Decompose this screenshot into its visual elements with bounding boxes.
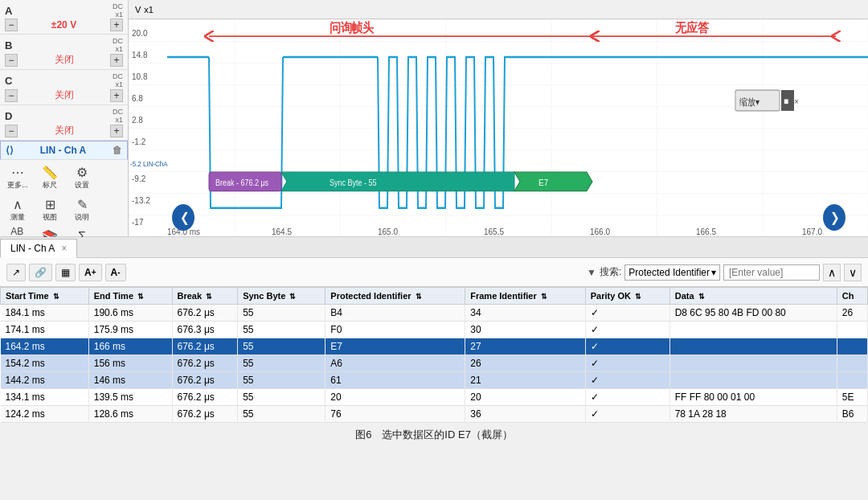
channel-b-letter: B xyxy=(5,39,12,51)
channel-c-plus[interactable]: + xyxy=(110,89,123,102)
parity-ok-cell: ✓ xyxy=(585,338,669,355)
col-data[interactable]: Data ⇅ xyxy=(669,288,837,305)
link-btn[interactable]: 🔗 xyxy=(29,264,52,281)
data-cell xyxy=(669,355,837,372)
tab-close-icon[interactable]: × xyxy=(61,243,67,254)
next-result-btn[interactable]: ∨ xyxy=(844,264,862,281)
svg-text:❮: ❮ xyxy=(180,210,190,225)
break-cell: 676.2 μs xyxy=(172,305,238,322)
col-ch[interactable]: Ch xyxy=(837,288,867,305)
frame-id-cell: 34 xyxy=(465,305,586,322)
table-row[interactable]: 174.1 ms175.9 ms676.3 μs55F030✓ xyxy=(1,322,868,338)
col-break[interactable]: Break ⇅ xyxy=(172,288,238,305)
ch-cell: B6 xyxy=(837,406,867,423)
break-cell: 676.2 μs xyxy=(172,372,238,389)
table-btn[interactable]: ▦ xyxy=(55,264,76,281)
break-cell: 676.3 μs xyxy=(172,322,238,338)
lin-delete-icon[interactable]: 🗑 xyxy=(113,145,122,156)
col-parity-ok[interactable]: Parity OK ⇅ xyxy=(585,288,669,305)
data-table: Start Time ⇅ End Time ⇅ Break ⇅ Sync Byt… xyxy=(0,287,868,423)
table-row[interactable]: 184.1 ms190.6 ms676.2 μs55B434✓D8 6C 95 … xyxy=(1,305,868,322)
table-header-row: Start Time ⇅ End Time ⇅ Break ⇅ Sync Byt… xyxy=(1,288,868,305)
col-start-time[interactable]: Start Time ⇅ xyxy=(1,288,89,305)
table-row[interactable]: 164.2 ms166 ms676.2 μs55E727✓ xyxy=(1,338,868,355)
sidebar: A DCx1 − ±20 V + B DCx1 − 关闭 + xyxy=(0,0,129,236)
svg-text:10.8: 10.8 xyxy=(132,71,147,81)
channel-a-minus[interactable]: − xyxy=(5,18,18,31)
view-label: 视图 xyxy=(43,212,57,223)
ch-cell xyxy=(837,355,867,372)
measure-label: 测量 xyxy=(10,212,25,223)
sync-byte-cell: 55 xyxy=(238,406,326,423)
view-btn[interactable]: ⊞ 视图 xyxy=(35,195,64,224)
channel-d-status: 关闭 xyxy=(55,124,74,137)
filter-icon: ▼ xyxy=(587,267,596,278)
break-cell: 676.2 μs xyxy=(172,355,238,372)
dropdown-chevron-icon: ▾ xyxy=(711,267,716,278)
frame-id-cell: 36 xyxy=(465,406,586,423)
ruler-btn[interactable]: 📏 标尺 xyxy=(35,163,64,192)
ch-cell xyxy=(837,372,867,389)
font-large-btn[interactable]: A+ xyxy=(79,264,102,281)
table-row[interactable]: 124.2 ms128.6 ms676.2 μs557636✓78 1A 28 … xyxy=(1,406,868,423)
settings-btn[interactable]: ⚙ 设置 xyxy=(68,163,96,192)
channel-b-minus[interactable]: − xyxy=(5,54,18,67)
measure-icon: ∧ xyxy=(13,197,23,212)
channel-a-plus[interactable]: + xyxy=(110,18,123,31)
svg-text:-9.2: -9.2 xyxy=(132,173,145,183)
channel-c-letter: C xyxy=(5,75,12,87)
waveform-svg: 20.0 14.8 10.8 6.8 2.8 -1.2 -5.2 LIN-ChA… xyxy=(129,19,868,236)
measure-btn[interactable]: ∧ 测量 xyxy=(3,195,32,224)
chart-area: V x1 20.0 14.8 10.8 xyxy=(129,0,868,236)
start-time-cell: 184.1 ms xyxy=(1,305,89,322)
lin-channel-bar[interactable]: ⟨⟩ LIN - Ch A 🗑 xyxy=(0,141,128,160)
search-input[interactable] xyxy=(723,264,820,281)
chart-canvas: 20.0 14.8 10.8 6.8 2.8 -1.2 -5.2 LIN-ChA… xyxy=(129,19,868,236)
channel-a-dc: DCx1 xyxy=(113,2,123,18)
svg-text:167.0: 167.0 xyxy=(802,226,822,236)
svg-text:166.5: 166.5 xyxy=(696,226,716,236)
break-cell: 676.2 μs xyxy=(172,406,238,423)
table-row[interactable]: 144.2 ms146 ms676.2 μs556121✓ xyxy=(1,372,868,389)
channel-c-minus[interactable]: − xyxy=(5,89,18,102)
channel-d-plus[interactable]: + xyxy=(110,125,123,137)
ch-cell: 5E xyxy=(837,389,867,406)
font-small-btn[interactable]: A- xyxy=(105,264,126,281)
parity-ok-cell: ✓ xyxy=(585,305,669,322)
notes-btn[interactable]: ✎ 说明 xyxy=(68,195,96,224)
protected-id-cell: E7 xyxy=(326,338,465,355)
end-time-cell: 139.5 ms xyxy=(88,389,172,406)
protected-id-cell: 76 xyxy=(326,406,465,423)
end-time-cell: 146 ms xyxy=(88,372,172,389)
table-row[interactable]: 154.2 ms156 ms676.2 μs55A626✓ xyxy=(1,355,868,372)
notes-label: 说明 xyxy=(75,212,89,223)
end-time-cell: 156 ms xyxy=(88,355,172,372)
export-btn[interactable]: ↗ xyxy=(6,264,26,281)
frame-id-cell: 21 xyxy=(465,372,586,389)
data-cell xyxy=(669,322,837,338)
ruler-icon: 📏 xyxy=(42,165,58,180)
data-cell xyxy=(669,372,837,389)
channel-b-dc: DCx1 xyxy=(113,37,123,53)
prev-result-btn[interactable]: ∧ xyxy=(823,264,841,281)
col-end-time[interactable]: End Time ⇅ xyxy=(88,288,172,305)
data-cell: 78 1A 28 18 xyxy=(669,406,837,423)
more-btn[interactable]: ⋯ 更多... xyxy=(3,163,32,192)
start-time-cell: 174.1 ms xyxy=(1,322,89,338)
protected-id-cell: A6 xyxy=(326,355,465,372)
frame-id-cell: 20 xyxy=(465,389,586,406)
parity-ok-cell: ✓ xyxy=(585,372,669,389)
svg-text:2.8: 2.8 xyxy=(132,114,143,125)
col-frame-id[interactable]: Frame Identifier ⇅ xyxy=(465,288,586,305)
table-row[interactable]: 134.1 ms139.5 ms676.2 μs552020✓FF FF 80 … xyxy=(1,389,868,406)
channel-d-minus[interactable]: − xyxy=(5,125,18,137)
col-sync-byte[interactable]: Sync Byte ⇅ xyxy=(238,288,326,305)
channel-b-plus[interactable]: + xyxy=(110,54,123,67)
col-protected-id[interactable]: Protected Identifier ⇅ xyxy=(326,288,465,305)
channel-b-status: 关闭 xyxy=(55,53,74,67)
bottom-section: LIN - Ch A × ↗ 🔗 ▦ A+ A- ▼ 搜索: Protected… xyxy=(0,237,868,423)
more-icon: ⋯ xyxy=(11,165,24,180)
tab-lin-cha[interactable]: LIN - Ch A × xyxy=(0,239,77,258)
search-type-dropdown[interactable]: Protected Identifier ▾ xyxy=(624,264,720,281)
ch-cell: 26 xyxy=(837,305,867,322)
